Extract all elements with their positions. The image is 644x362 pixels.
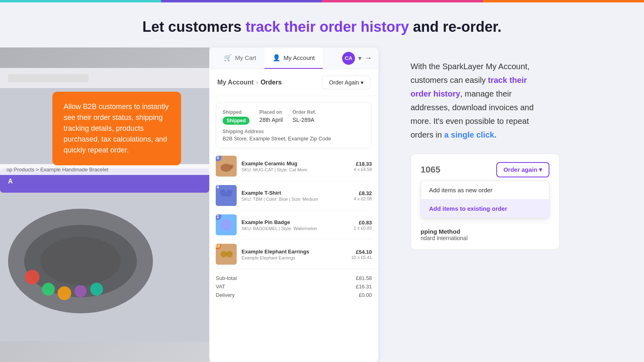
product-thumbnail: 4 xyxy=(216,185,237,206)
status-badge: Shipped xyxy=(223,117,250,125)
dropdown-item-existing-order[interactable]: Add items to existing order xyxy=(421,200,549,218)
vat-label: VAT xyxy=(216,284,225,290)
svg-point-3 xyxy=(40,237,121,285)
shipping-method-label: pping Method xyxy=(421,228,549,235)
top-bar xyxy=(0,0,644,2)
svg-point-8 xyxy=(90,283,103,296)
order-again-top: 1065 Order again ▾ xyxy=(421,162,549,177)
price-unit: 4 x £4.58 xyxy=(354,167,372,172)
vat-row: VAT £16.31 xyxy=(216,282,372,291)
svg-point-4 xyxy=(25,270,39,284)
delivery-label: Delivery xyxy=(216,292,235,298)
shipping-address-value: B2B Store, Example Street, Example Zip C… xyxy=(223,136,365,142)
product-price: £54.10 10 x £5.41 xyxy=(351,249,372,260)
order-again-widget: 1065 Order again ▾ Add items as new orde… xyxy=(411,154,559,250)
price-total: £54.10 xyxy=(351,249,372,255)
breadcrumb-separator: › xyxy=(256,79,258,86)
page-wrapper: Let customers track their order history … xyxy=(0,2,644,362)
svg-point-14 xyxy=(221,164,232,172)
shipping-method-value: ndard International xyxy=(421,235,549,241)
svg-text:A: A xyxy=(8,178,13,185)
placed-on-label: Placed on xyxy=(259,109,283,115)
svg-rect-15 xyxy=(230,165,233,169)
tab-cart-label: My Cart xyxy=(235,54,256,61)
shipping-method: pping Method ndard International xyxy=(421,223,549,241)
product-info: Example Ceramic Mug SKU: MUG-CAT | Style… xyxy=(242,160,349,172)
description-text: With the SparkLayer My Account, customer… xyxy=(411,60,539,142)
hero-heading-plain2: and re-order. xyxy=(409,19,502,35)
breadcrumb-root[interactable]: My Account xyxy=(217,79,254,86)
subtotal-label: Sub-total xyxy=(216,275,237,281)
price-unit: 1 x £0.83 xyxy=(354,226,372,230)
top-bar-purple xyxy=(161,0,322,2)
hero-heading-plain: Let customers xyxy=(142,19,246,35)
price-total: £18.33 xyxy=(354,161,372,167)
top-bar-teal xyxy=(0,0,161,2)
order-ref-value: SL-289A xyxy=(293,117,316,123)
price-unit: 10 x £5.41 xyxy=(351,255,372,260)
tab-my-account[interactable]: 👤 My Account xyxy=(264,47,323,69)
main-content: A op Products > Example Handmade Bracele… xyxy=(0,47,644,362)
order-meta-row: Shipped Shipped Placed on 28th April Ord… xyxy=(223,109,365,125)
shipping-address-label: Shipping Address xyxy=(223,129,365,134)
svg-point-19 xyxy=(221,219,232,230)
product-name: Example Ceramic Mug xyxy=(242,160,349,167)
product-sku: SKU: TBM | Color: Blue | Size: Medium xyxy=(242,197,349,202)
account-nav: 🛒 My Cart 👤 My Account CA ▾ → xyxy=(209,47,378,69)
svg-point-7 xyxy=(74,285,87,297)
placed-on-value: 28th April xyxy=(259,117,283,123)
tooltip-box: Allow B2B customers to instantly see the… xyxy=(52,92,181,165)
svg-point-21 xyxy=(221,251,227,257)
product-sku: SKU: BADGEMEL | Style: Watermelon xyxy=(242,226,349,231)
hero-heading-highlight: track their order history xyxy=(246,19,409,35)
svg-point-6 xyxy=(58,286,71,300)
product-thumbnail: 10 xyxy=(216,244,237,265)
order-status-col: Shipped Shipped xyxy=(223,109,250,125)
order-again-button[interactable]: Order Again ▾ xyxy=(322,76,370,89)
svg-point-5 xyxy=(42,283,55,296)
hero-heading: Let customers track their order history … xyxy=(142,19,502,35)
table-row: 10 Example Elephant Earrings Example Ele… xyxy=(216,240,372,269)
tab-account-label: My Account xyxy=(284,54,315,61)
product-price: £18.33 4 x £4.58 xyxy=(354,161,372,172)
sub-breadcrumb: op Products > Example Handmade Bracelet xyxy=(0,164,209,175)
order-ref-col: Order Ref. SL-289A xyxy=(293,109,316,125)
top-bar-pink xyxy=(322,0,483,2)
product-price: £8.32 4 x £2.08 xyxy=(354,190,372,201)
avatar[interactable]: CA xyxy=(342,52,355,65)
product-info: Example Pin Badge SKU: BADGEMEL | Style:… xyxy=(242,219,349,231)
svg-point-22 xyxy=(226,251,233,257)
cart-icon: 🛒 xyxy=(224,54,232,62)
dropdown-menu: Add items as new order Add items to exis… xyxy=(421,181,549,218)
breadcrumb-current: Orders xyxy=(260,79,281,86)
delivery-value: £0.00 xyxy=(359,292,372,298)
price-total: £8.32 xyxy=(354,190,372,196)
account-panel: 🛒 My Cart 👤 My Account CA ▾ → xyxy=(209,47,378,362)
price-total: £0.83 xyxy=(354,220,372,226)
right-panel: With the SparkLayer My Account, customer… xyxy=(394,47,555,362)
order-again-btn[interactable]: Order again ▾ xyxy=(496,162,549,177)
order-ref-label: Order Ref. xyxy=(293,109,316,115)
product-sku: SKU: MUG-CAT | Style: Cat Mom xyxy=(242,167,349,172)
subtotal-row: Sub-total £81.58 xyxy=(216,274,372,282)
breadcrumb-row: My Account › Orders Order Again ▾ xyxy=(209,69,378,96)
order-ref: 1065 xyxy=(421,165,440,175)
desc-highlight-blue: a single click. xyxy=(444,130,496,139)
breadcrumb: My Account › Orders xyxy=(217,79,282,86)
product-thumbnail: 4 xyxy=(216,156,237,177)
product-info: Example Elephant Earrings Example Elepha… xyxy=(242,249,347,260)
order-placed-col: Placed on 28th April xyxy=(259,109,283,125)
product-price: £0.83 1 x £0.83 xyxy=(354,220,372,230)
price-unit: 4 x £2.08 xyxy=(354,196,372,201)
arrow-right-icon[interactable]: → xyxy=(365,54,372,62)
svg-rect-10 xyxy=(8,74,89,82)
product-name: Example Elephant Earrings xyxy=(242,249,347,255)
dropdown-item-new-order[interactable]: Add items as new order xyxy=(421,181,549,200)
tab-my-cart[interactable]: 🛒 My Cart xyxy=(216,47,264,69)
order-totals: Sub-total £81.58 VAT £16.31 Delivery £0.… xyxy=(209,269,378,304)
product-name: Example T-Shirt xyxy=(242,190,349,196)
order-card: Shipped Shipped Placed on 28th April Ord… xyxy=(216,103,372,148)
product-thumbnail: 1 xyxy=(216,214,237,235)
top-bar-orange xyxy=(483,0,644,2)
status-label: Shipped xyxy=(223,109,250,115)
